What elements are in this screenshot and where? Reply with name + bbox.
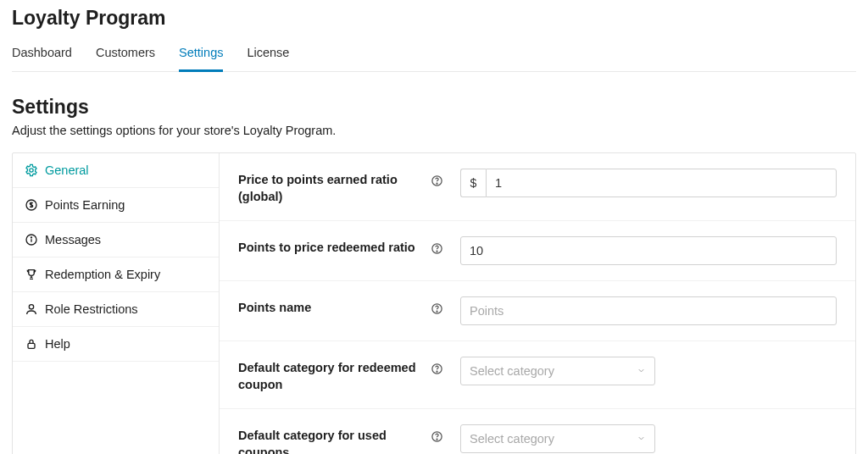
tab-license[interactable]: License <box>247 41 289 72</box>
svg-point-5 <box>29 305 33 309</box>
sidebar-item-label: Role Restrictions <box>45 302 138 316</box>
sidebar-item-help[interactable]: Help <box>13 327 219 362</box>
label-points-price-ratio: Points to price redeemed ratio <box>238 236 416 257</box>
sidebar-item-general[interactable]: General <box>13 153 219 188</box>
settings-sidebar: General Points Earning Messages Redempti… <box>13 153 220 454</box>
sidebar-item-messages[interactable]: Messages <box>13 223 219 257</box>
help-icon[interactable] <box>430 302 443 315</box>
select-placeholder: Select category <box>470 364 554 378</box>
info-icon <box>25 233 38 246</box>
gear-icon <box>25 163 38 177</box>
help-icon[interactable] <box>430 429 443 443</box>
svg-point-16 <box>437 439 437 440</box>
sidebar-item-redemption-expiry[interactable]: Redemption & Expiry <box>13 257 219 292</box>
sidebar-item-label: Help <box>45 337 70 351</box>
svg-point-8 <box>437 183 437 184</box>
currency-prefix: $ <box>460 169 486 197</box>
default-category-used-select[interactable]: Select category <box>460 424 655 453</box>
top-tabs: Dashboard Customers Settings License <box>12 40 856 72</box>
help-icon[interactable] <box>430 241 443 255</box>
sidebar-item-label: General <box>45 163 89 177</box>
trophy-icon <box>25 268 38 281</box>
chevron-down-icon <box>637 432 646 446</box>
label-points-name: Points name <box>238 296 416 317</box>
sidebar-item-label: Messages <box>45 233 101 246</box>
sidebar-item-label: Points Earning <box>45 198 125 212</box>
page-title: Loyalty Program <box>12 7 856 30</box>
points-price-ratio-input[interactable] <box>460 236 837 265</box>
tab-customers[interactable]: Customers <box>96 41 155 72</box>
svg-point-10 <box>437 251 437 252</box>
label-price-points-ratio: Price to points earned ratio (global) <box>238 169 416 205</box>
section-subtitle: Adjust the settings options for your sto… <box>12 124 856 137</box>
tab-dashboard[interactable]: Dashboard <box>12 41 72 72</box>
user-icon <box>25 302 38 316</box>
default-category-redeemed-select[interactable]: Select category <box>460 357 655 385</box>
svg-point-14 <box>437 371 437 372</box>
label-default-category-used: Default category for used coupons <box>238 424 416 454</box>
row-default-category-used: Default category for used coupons Select… <box>220 409 855 454</box>
svg-point-4 <box>31 237 31 238</box>
dollar-circle-icon <box>25 198 38 212</box>
help-icon[interactable] <box>430 362 443 375</box>
points-name-input[interactable] <box>460 296 837 325</box>
row-default-category-redeemed: Default category for redeemed coupon Sel… <box>220 341 855 409</box>
price-points-ratio-input[interactable] <box>486 169 837 197</box>
lock-icon <box>25 337 38 351</box>
settings-content: Price to points earned ratio (global) $ … <box>220 153 855 454</box>
section-heading: Settings <box>12 96 856 119</box>
select-placeholder: Select category <box>470 432 554 446</box>
chevron-down-icon <box>637 364 646 378</box>
help-icon[interactable] <box>430 174 443 187</box>
settings-panel: General Points Earning Messages Redempti… <box>12 152 856 454</box>
svg-rect-6 <box>28 343 35 348</box>
svg-point-12 <box>437 311 437 312</box>
svg-point-0 <box>30 169 33 172</box>
sidebar-item-role-restrictions[interactable]: Role Restrictions <box>13 292 219 327</box>
sidebar-item-points-earning[interactable]: Points Earning <box>13 188 219 223</box>
row-price-points-ratio: Price to points earned ratio (global) $ <box>220 153 855 221</box>
sidebar-item-label: Redemption & Expiry <box>45 268 160 281</box>
tab-settings[interactable]: Settings <box>179 41 223 72</box>
label-default-category-redeemed: Default category for redeemed coupon <box>238 357 416 393</box>
row-points-price-ratio: Points to price redeemed ratio <box>220 221 855 281</box>
row-points-name: Points name <box>220 281 855 341</box>
